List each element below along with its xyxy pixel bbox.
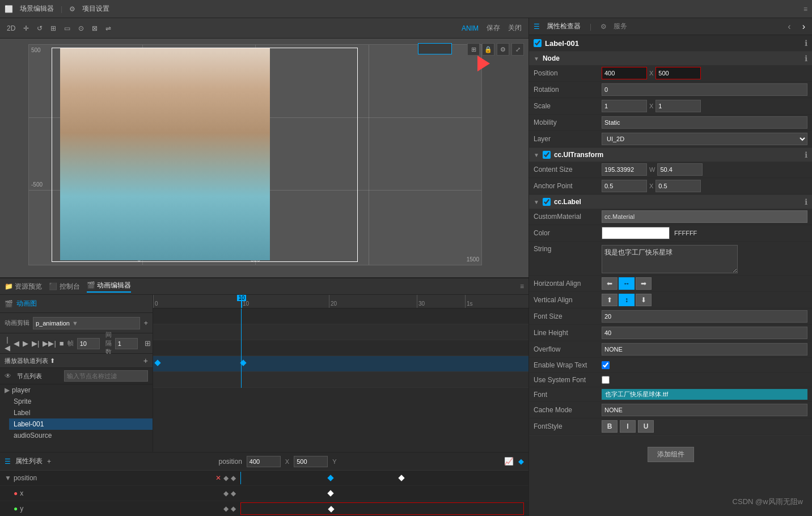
panel-menu-btn[interactable]: ≡ bbox=[520, 282, 524, 290]
rotation-field[interactable] bbox=[602, 83, 807, 96]
italic-btn[interactable]: I bbox=[620, 420, 636, 433]
uitransform-info[interactable]: ℹ bbox=[805, 150, 807, 159]
interval-input[interactable] bbox=[115, 338, 138, 349]
node-enabled-checkbox[interactable] bbox=[534, 39, 542, 47]
pos-keyframe-2[interactable] bbox=[398, 475, 404, 481]
add-component-btn[interactable]: 添加组件 bbox=[648, 447, 694, 462]
tab-asset-preview[interactable]: 📁 资源预览 bbox=[5, 282, 42, 291]
scene-view-btn[interactable]: ⊞ bbox=[467, 43, 480, 56]
y-add-keyframe-btn[interactable]: ◆ bbox=[231, 505, 236, 513]
key-insert-btn[interactable]: ◆ bbox=[518, 457, 524, 466]
label-info[interactable]: ℹ bbox=[805, 197, 807, 206]
underline-btn[interactable]: U bbox=[638, 420, 654, 433]
rect-tool-btn[interactable]: ▭ bbox=[62, 23, 73, 33]
next-frame-btn[interactable]: ▶| bbox=[32, 339, 39, 348]
overflow-field[interactable] bbox=[602, 343, 807, 356]
graph-view-btn[interactable]: 📈 bbox=[504, 457, 514, 466]
collapse-arrow[interactable]: ▼ bbox=[5, 474, 11, 482]
anim-add-btn[interactable]: + bbox=[143, 319, 148, 327]
scale-tool-btn[interactable]: ⊞ bbox=[48, 23, 58, 33]
y-keyframe[interactable] bbox=[328, 506, 334, 512]
node-search-input[interactable] bbox=[64, 370, 148, 382]
font-field[interactable]: 也字工厂快乐星球体.ttf bbox=[602, 389, 807, 400]
node-section-info[interactable]: ℹ bbox=[805, 54, 807, 63]
prop-content-size: Content Size W bbox=[529, 162, 812, 178]
mirror-btn[interactable]: ⇌ bbox=[103, 23, 113, 33]
node-item-label[interactable]: Label bbox=[9, 407, 153, 418]
node-item-audiosource[interactable]: audioSource bbox=[9, 430, 153, 441]
anchor-tool-btn[interactable]: ⊙ bbox=[76, 23, 86, 33]
tab-console[interactable]: ⬛ 控制台 bbox=[49, 282, 79, 291]
use-system-font-checkbox[interactable] bbox=[602, 376, 610, 384]
rotate-tool-btn[interactable]: ↺ bbox=[35, 23, 45, 33]
anchor-x-field[interactable] bbox=[602, 180, 647, 192]
play-anim-btn[interactable]: ▶ bbox=[23, 339, 28, 348]
move-tool-btn[interactable]: ✛ bbox=[21, 23, 31, 33]
x-keyframe-btn[interactable]: ◆ bbox=[223, 489, 229, 497]
keyframe-add-btn[interactable]: ◆ bbox=[231, 474, 236, 482]
mobility-field[interactable] bbox=[602, 116, 807, 129]
scene-expand-btn[interactable]: ⤢ bbox=[511, 43, 524, 56]
position-x-field[interactable] bbox=[602, 67, 647, 79]
x-keyframe[interactable] bbox=[327, 490, 333, 496]
node-item-player[interactable]: ▶ player bbox=[0, 384, 153, 396]
x-add-keyframe-btn[interactable]: ◆ bbox=[231, 489, 236, 497]
save-btn[interactable]: 保存 bbox=[484, 22, 502, 34]
scale-x-field[interactable] bbox=[602, 100, 647, 112]
content-size-w-field[interactable] bbox=[602, 163, 647, 176]
line-height-field[interactable] bbox=[602, 327, 807, 339]
keyframe-1[interactable] bbox=[154, 359, 160, 366]
y-keyframe-btn[interactable]: ◆ bbox=[223, 505, 229, 513]
anim-clip-name[interactable]: p_animation ▼ bbox=[33, 317, 140, 329]
grid-btn[interactable]: ⊞ bbox=[145, 339, 151, 348]
skip-end-btn[interactable]: ▶▶| bbox=[43, 339, 56, 348]
keyframe-2[interactable] bbox=[240, 359, 246, 366]
cache-mode-field[interactable] bbox=[602, 404, 807, 416]
v-align-bottom-btn[interactable]: ⬇ bbox=[636, 294, 652, 306]
v-align-top-btn[interactable]: ⬆ bbox=[602, 294, 618, 306]
node-info-btn[interactable]: ℹ bbox=[805, 39, 807, 48]
pos-keyframe-1[interactable] bbox=[327, 475, 333, 481]
position-y-field[interactable] bbox=[655, 67, 701, 79]
frame-input[interactable] bbox=[77, 338, 100, 349]
position-y-input[interactable] bbox=[294, 456, 328, 467]
add-track-btn[interactable]: + bbox=[143, 356, 148, 365]
v-align-middle-btn[interactable]: ↕ bbox=[619, 294, 635, 306]
keyframe-move-btn[interactable]: ◆ bbox=[223, 474, 229, 482]
custom-material-field[interactable]: cc.Material bbox=[602, 210, 807, 223]
color-swatch[interactable] bbox=[602, 227, 670, 239]
transform-btn[interactable]: ⊠ bbox=[90, 23, 100, 33]
anim-btn[interactable]: ANIM bbox=[459, 23, 481, 33]
add-prop-btn[interactable]: + bbox=[47, 458, 51, 466]
node-item-label-001[interactable]: Label-001 bbox=[9, 418, 153, 430]
uitransform-enabled[interactable] bbox=[543, 151, 551, 159]
stop-btn[interactable]: ■ bbox=[60, 339, 64, 348]
h-align-left-btn[interactable]: ⬅ bbox=[602, 277, 618, 290]
nav-next-btn[interactable]: › bbox=[800, 22, 807, 32]
nav-prev-btn[interactable]: ‹ bbox=[785, 22, 793, 32]
content-size-h-field[interactable] bbox=[657, 163, 703, 176]
play-btn[interactable] bbox=[477, 56, 490, 71]
node-section-header[interactable]: ▼ Node ℹ bbox=[529, 52, 812, 65]
font-size-field[interactable] bbox=[602, 310, 807, 323]
prev-frame-btn[interactable]: ◀ bbox=[14, 339, 19, 348]
tab-anim-editor[interactable]: 🎬 动画编辑器 bbox=[87, 281, 131, 293]
enable-wrap-checkbox[interactable] bbox=[602, 361, 610, 369]
h-align-right-btn[interactable]: ➡ bbox=[636, 277, 652, 290]
anchor-y-field[interactable] bbox=[655, 180, 701, 192]
close-btn[interactable]: 关闭 bbox=[506, 22, 524, 34]
position-x-input[interactable] bbox=[247, 456, 281, 467]
string-textarea[interactable]: 我是也字工厂快乐星球 bbox=[602, 245, 738, 273]
scene-lock-btn[interactable]: 🔒 bbox=[482, 43, 494, 56]
uitransform-section-header[interactable]: ▼ cc.UITransform ℹ bbox=[529, 148, 812, 162]
mode-2d-btn[interactable]: 2D bbox=[5, 23, 18, 33]
skip-start-btn[interactable]: |◀ bbox=[5, 335, 10, 352]
h-align-center-btn[interactable]: ↔ bbox=[619, 277, 635, 290]
label-enabled[interactable] bbox=[543, 198, 551, 206]
label-section-header[interactable]: ▼ cc.Label ℹ bbox=[529, 195, 812, 209]
scale-y-field[interactable] bbox=[655, 100, 701, 112]
node-item-sprite[interactable]: Sprite bbox=[9, 396, 153, 407]
scene-settings-btn[interactable]: ⚙ bbox=[497, 43, 509, 56]
layer-dropdown[interactable]: UI_2D bbox=[602, 133, 807, 145]
bold-btn[interactable]: B bbox=[602, 420, 618, 433]
